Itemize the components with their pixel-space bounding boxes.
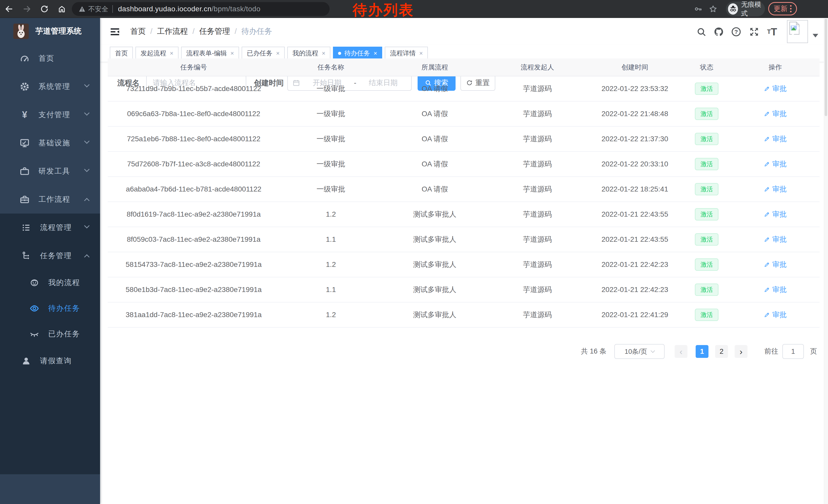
browser-back-button[interactable] xyxy=(2,2,16,16)
briefcase-icon xyxy=(19,166,30,176)
browser-update-button[interactable]: 更新 xyxy=(768,2,797,15)
face-icon xyxy=(29,278,40,288)
total-count: 共 16 条 xyxy=(581,343,606,359)
sidebar-item-my-process[interactable]: 我的流程 xyxy=(0,270,100,295)
status-badge: 激活 xyxy=(695,133,718,145)
active-dot xyxy=(338,52,341,55)
app-logo[interactable]: 芋道管理系统 xyxy=(0,18,100,44)
status-badge: 激活 xyxy=(695,259,718,271)
header-search-icon[interactable] xyxy=(695,26,707,38)
not-secure-warning[interactable]: 不安全 xyxy=(79,5,108,13)
page-unit-label: 页 xyxy=(810,343,817,359)
breadcrumb-task-mgmt[interactable]: 任务管理 xyxy=(199,26,230,37)
sidebar-item-devtools[interactable]: 研发工具 xyxy=(0,157,100,185)
audit-link[interactable]: 审批 xyxy=(764,159,787,169)
page-2-button[interactable]: 2 xyxy=(715,345,728,358)
breadcrumb-home[interactable]: 首页 xyxy=(130,26,146,37)
update-label: 更新 xyxy=(774,4,787,13)
bookmark-star-icon[interactable] xyxy=(706,2,720,16)
scrollbar-thumb[interactable] xyxy=(825,19,827,116)
table-row: a6aba0a4-7b6d-11ec-b781-acde48001122 一级审… xyxy=(108,177,820,202)
sidebar-item-todo-tasks[interactable]: 待办任务 xyxy=(0,295,100,321)
chevron-up-icon xyxy=(84,198,89,203)
toolbox-icon xyxy=(19,194,30,204)
audit-link[interactable]: 审批 xyxy=(764,285,787,294)
sidebar-item-done-tasks[interactable]: 已办任务 xyxy=(0,321,100,347)
tab-done-tasks[interactable]: 已办任务× xyxy=(242,47,285,60)
close-icon[interactable]: × xyxy=(170,50,173,56)
sidebar-item-workflow[interactable]: 工作流程 xyxy=(0,185,100,214)
audit-link[interactable]: 审批 xyxy=(764,134,787,144)
audit-link[interactable]: 审批 xyxy=(764,260,787,269)
sidebar-item-home[interactable]: 首页 xyxy=(0,44,100,73)
status-badge: 激活 xyxy=(695,83,718,95)
audit-link[interactable]: 审批 xyxy=(764,84,787,94)
sidebar-item-payment[interactable]: ¥ 支付管理 xyxy=(0,101,100,129)
menu-fold-icon[interactable] xyxy=(109,26,121,37)
audit-link[interactable]: 审批 xyxy=(764,210,787,219)
status-badge: 激活 xyxy=(695,208,718,221)
edit-pencil-icon xyxy=(764,262,770,268)
col-status: 状态 xyxy=(682,63,731,72)
help-icon[interactable]: ? xyxy=(730,26,742,38)
tab-start-process[interactable]: 发起流程× xyxy=(135,47,178,60)
sidebar-item-system[interactable]: 系统管理 xyxy=(0,73,100,101)
broken-image-icon xyxy=(788,21,800,35)
sidebar-item-task-mgmt[interactable]: 任务管理 xyxy=(0,242,100,270)
prev-page-button[interactable]: ‹ xyxy=(675,345,688,358)
tab-home[interactable]: 首页 xyxy=(110,47,133,60)
table-row: 381aa1dd-7ac8-11ec-a9e2-a2380e71991a 1.2… xyxy=(108,303,820,328)
task-table: 任务编号 任务名称 所属流程 流程发起人 创建时间 状态 操作 73211d9d… xyxy=(108,58,820,328)
browser-reload-button[interactable] xyxy=(37,2,51,16)
close-icon[interactable]: × xyxy=(276,50,280,56)
warning-triangle-icon xyxy=(79,5,86,12)
workflow-submenu: 流程管理 任务管理 我的流程 待办任务 已办任务 xyxy=(0,214,100,474)
page-scrollbar[interactable] xyxy=(824,18,828,504)
close-icon[interactable]: × xyxy=(322,50,325,56)
chevron-down-icon xyxy=(84,223,89,228)
chevron-up-icon xyxy=(84,254,89,260)
logo-avatar-image xyxy=(13,24,29,39)
status-badge: 激活 xyxy=(695,283,718,296)
audit-link[interactable]: 审批 xyxy=(764,184,787,194)
sidebar-item-leave-query[interactable]: 请假查询 xyxy=(0,347,100,375)
tab-my-process[interactable]: 我的流程× xyxy=(287,47,330,60)
close-icon[interactable]: × xyxy=(230,50,234,56)
goto-label: 前往 xyxy=(764,343,778,359)
table-row: 8f059c03-7ac8-11ec-a9e2-a2380e71991a 1.1… xyxy=(108,227,820,252)
edit-pencil-icon xyxy=(764,312,770,318)
yen-icon: ¥ xyxy=(19,109,30,120)
address-bar[interactable]: 不安全 dashboard.yudao.iocoder.cn/bpm/task/… xyxy=(72,2,330,16)
fullscreen-icon[interactable] xyxy=(748,26,760,38)
tab-process-detail[interactable]: 流程详情× xyxy=(385,47,428,60)
audit-link[interactable]: 审批 xyxy=(764,109,787,119)
chevron-down-icon xyxy=(84,110,89,116)
tab-todo-tasks[interactable]: 待办任务× xyxy=(333,47,382,60)
goto-page-input[interactable] xyxy=(782,344,804,359)
page-1-button[interactable]: 1 xyxy=(696,345,708,358)
page-size-select[interactable]: 10条/页 xyxy=(614,344,665,359)
password-key-icon[interactable] xyxy=(691,2,705,16)
browser-forward-button[interactable] xyxy=(20,2,34,16)
edit-pencil-icon xyxy=(764,111,770,117)
avatar-caret-down-icon[interactable] xyxy=(813,34,818,37)
sidebar-item-process-mgmt[interactable]: 流程管理 xyxy=(0,214,100,242)
font-size-icon[interactable]: TT xyxy=(766,26,778,38)
breadcrumb-workflow[interactable]: 工作流程 xyxy=(157,26,188,37)
audit-link[interactable]: 审批 xyxy=(764,310,787,320)
tab-form-edit[interactable]: 流程表单-编辑× xyxy=(181,47,239,60)
audit-link[interactable]: 审批 xyxy=(764,235,787,244)
table-row: 725a1eb6-7b88-11ec-8ef0-acde48001122 一级审… xyxy=(108,127,820,152)
github-icon[interactable] xyxy=(713,26,725,38)
browser-menu-icon[interactable] xyxy=(790,5,792,12)
edit-pencil-icon xyxy=(764,186,770,192)
next-page-button[interactable]: › xyxy=(735,345,747,358)
sidebar-item-infra[interactable]: 基础设施 xyxy=(0,129,100,157)
close-icon[interactable]: × xyxy=(373,50,377,56)
col-task-name: 任务名称 xyxy=(280,63,382,72)
url-text[interactable]: dashboard.yudao.iocoder.cn/bpm/task/todo xyxy=(118,5,260,13)
browser-home-button[interactable] xyxy=(55,2,69,16)
user-avatar[interactable] xyxy=(787,20,808,43)
table-row: 73211d9d-7b9b-11ec-b5b7-acde48001122 一级审… xyxy=(108,77,820,101)
close-icon[interactable]: × xyxy=(419,50,423,56)
